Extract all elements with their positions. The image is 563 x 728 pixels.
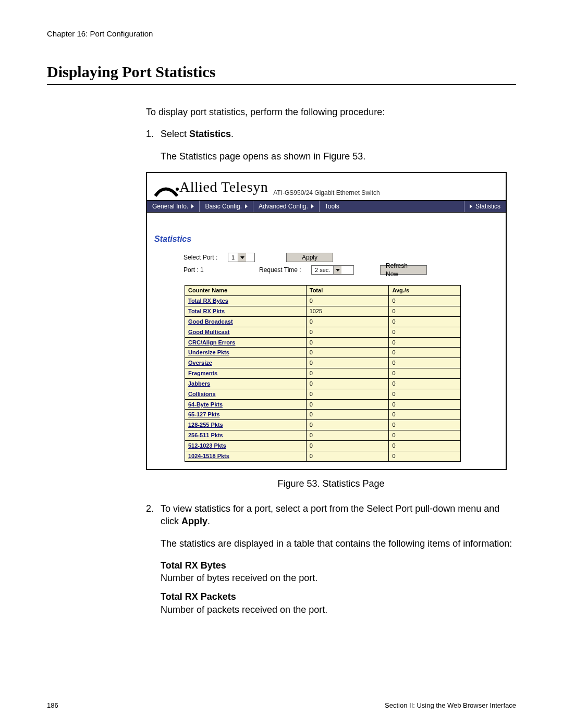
cell-avg: 0 [389,399,461,410]
step-1: 1. Select Statistics. [146,128,516,140]
menu-general-info[interactable]: General Info. [147,201,200,212]
page-number: 186 [47,701,58,709]
cell-total: 0 [306,451,389,461]
apply-button[interactable]: Apply [286,253,333,262]
counter-name-link[interactable]: Good Multicast [188,329,229,335]
table-row: Oversize00 [185,358,461,368]
menu-advanced-config[interactable]: Advanced Config. [253,201,320,212]
brand-name: Allied Telesyn [179,177,268,197]
cell-avg: 0 [389,358,461,368]
counter-name-link[interactable]: 256-511 Pkts [188,432,223,438]
cell-total: 0 [306,410,389,420]
counter-name-link[interactable]: Collisions [188,391,216,397]
step-prefix: To view statistics for a port, select a … [161,503,499,526]
select-port-dropdown[interactable]: 1 [228,253,255,262]
step-suffix: . [231,129,234,139]
step-prefix: Select [161,129,189,139]
cell-total: 0 [306,316,389,327]
intro-text: To display port statistics, perform the … [146,106,516,118]
cell-total: 0 [306,430,389,441]
counter-name-link[interactable]: 512-1023 Pkts [188,442,226,449]
refresh-now-button[interactable]: Refresh Now [380,265,427,275]
select-port-label: Select Port : [183,253,228,262]
table-row: 128-255 Pkts00 [185,420,461,430]
page: Chapter 16: Port Configuration Displayin… [0,0,563,728]
controls: Select Port : 1 Apply Port : 1 Request T… [147,250,506,285]
request-time-dropdown[interactable]: 2 sec. [311,265,354,275]
menu-label: Tools [325,202,339,211]
cell-total: 0 [306,358,389,368]
cell-total: 0 [306,368,389,379]
figure-53: Allied Telesyn ATI-GS950/24 Gigabit Ethe… [146,172,507,470]
counter-name-link[interactable]: Fragments [188,370,217,376]
counter-name-link[interactable]: Jabbers [188,380,210,387]
cell-avg: 0 [389,440,461,451]
table-row: CRC/Align Errors00 [185,337,461,348]
counter-name-link[interactable]: Good Broadcast [188,318,233,325]
cell-total: 0 [306,296,389,306]
def-desc: Number of bytes received on the port. [161,572,516,584]
cell-avg: 0 [389,420,461,430]
counter-name-link[interactable]: Total RX Bytes [188,298,228,304]
step-number: 2. [146,502,161,528]
chevron-right-icon [245,204,248,208]
counter-name-link[interactable]: 64-Byte Pkts [188,401,223,408]
cell-total: 0 [306,440,389,451]
counter-name-link[interactable]: 128-255 Pkts [188,422,223,428]
logo-row: Allied Telesyn ATI-GS950/24 Gigabit Ethe… [147,173,506,200]
col-counter-name: Counter Name [185,286,307,296]
figure-caption: Figure 53. Statistics Page [146,477,516,490]
chevron-down-icon [238,253,246,262]
port-label: Port : 1 [183,266,228,274]
step-suffix: . [207,516,210,526]
col-total: Total [306,286,389,296]
table-row: 65-127 Pkts00 [185,410,461,420]
col-avg: Avg./s [389,286,461,296]
chapter-header: Chapter 16: Port Configuration [47,29,516,38]
step-text: Select Statistics. [161,128,516,140]
table-row: 256-511 Pkts00 [185,430,461,441]
select-port-value: 1 [228,254,238,262]
step-number: 1. [146,128,161,140]
table-row: Undersize Pkts00 [185,348,461,358]
menu-label: Advanced Config. [259,202,308,211]
menu-tools[interactable]: Tools [320,201,464,212]
request-time-value: 2 sec. [312,266,333,274]
cell-avg: 0 [389,337,461,348]
chevron-down-icon [333,266,341,274]
cell-avg: 0 [389,378,461,389]
menu-bar: General Info. Basic Config. Advanced Con… [147,200,506,213]
def-term: Total RX Bytes [161,559,516,572]
table-row: 64-Byte Pkts00 [185,399,461,410]
cell-avg: 0 [389,430,461,441]
menu-label: Statistics [475,202,500,211]
cell-total: 0 [306,378,389,389]
counter-name-link[interactable]: Undersize Pkts [188,349,229,355]
cell-total: 0 [306,420,389,430]
menu-basic-config[interactable]: Basic Config. [200,201,253,212]
menu-label: Basic Config. [205,202,242,211]
def-term: Total RX Packets [161,590,516,603]
counter-name-link[interactable]: 65-127 Pkts [188,411,220,417]
cell-avg: 0 [389,368,461,379]
page-footer: 186 Section II: Using the Web Browser In… [47,701,516,709]
table-row: Fragments00 [185,368,461,379]
statistics-table: Counter Name Total Avg./s Total RX Bytes… [185,285,461,461]
table-row: Good Multicast00 [185,327,461,337]
cell-avg: 0 [389,410,461,420]
product-name: ATI-GS950/24 Gigabit Ethernet Switch [273,189,380,197]
panel-title: Statistics [147,213,506,250]
counter-name-link[interactable]: 1024-1518 Pkts [188,453,229,459]
step-follow: The statistics are displayed in a table … [161,537,516,550]
table-row: Total RX Pkts10250 [185,306,461,316]
menu-statistics[interactable]: Statistics [464,201,506,212]
counter-name-link[interactable]: Total RX Pkts [188,308,225,314]
cell-avg: 0 [389,316,461,327]
cell-total: 0 [306,327,389,337]
table-row: 512-1023 Pkts00 [185,440,461,451]
counter-name-link[interactable]: CRC/Align Errors [188,339,235,346]
counter-name-link[interactable]: Oversize [188,360,212,366]
menu-label: General Info. [152,202,188,211]
cell-total: 0 [306,337,389,348]
table-row: Total RX Bytes00 [185,296,461,306]
